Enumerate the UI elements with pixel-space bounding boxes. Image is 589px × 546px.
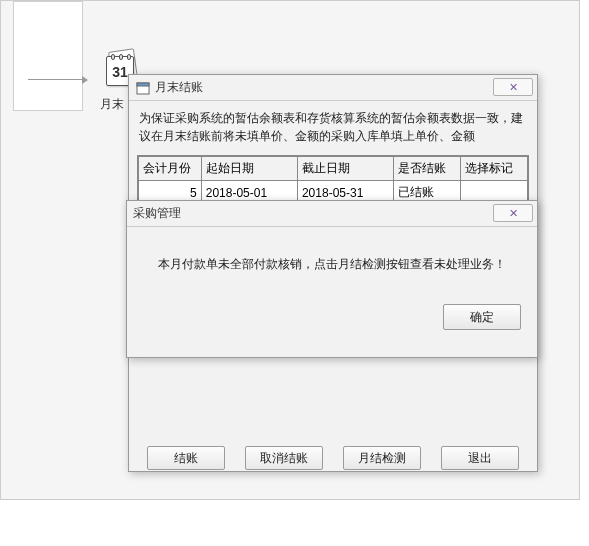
main-close-button[interactable]: ✕ [493, 78, 533, 96]
col-status: 是否结账 [394, 157, 461, 181]
exit-button[interactable]: 退出 [441, 446, 519, 470]
main-titlebar: 月末结账 ✕ [129, 75, 537, 101]
svg-rect-1 [137, 83, 149, 86]
col-start-date: 起始日期 [201, 157, 297, 181]
close-icon: ✕ [509, 81, 518, 94]
icon-label: 月末 [100, 96, 124, 113]
modal-footer: 确定 [127, 304, 537, 340]
col-mark: 选择标记 [461, 157, 528, 181]
month-check-button[interactable]: 月结检测 [343, 446, 421, 470]
col-end-date: 截止日期 [297, 157, 393, 181]
close-period-button[interactable]: 结账 [147, 446, 225, 470]
cancel-close-button[interactable]: 取消结账 [245, 446, 323, 470]
window-icon [135, 80, 151, 96]
modal-title: 采购管理 [133, 205, 181, 222]
table-header-row: 会计月份 起始日期 截止日期 是否结账 选择标记 [139, 157, 528, 181]
close-icon: ✕ [509, 207, 518, 220]
notice-text: 为保证采购系统的暂估余额表和存货核算系统的暂估余额表数据一致，建议在月末结账前将… [129, 101, 537, 151]
background-inner-box [13, 1, 83, 111]
main-window-title: 月末结账 [155, 79, 203, 96]
main-button-row: 结账 取消结账 月结检测 退出 [129, 446, 537, 470]
ok-button[interactable]: 确定 [443, 304, 521, 330]
modal-close-button[interactable]: ✕ [493, 204, 533, 222]
col-period: 会计月份 [139, 157, 202, 181]
arrow-icon [28, 72, 88, 86]
modal-titlebar: 采购管理 ✕ [127, 201, 537, 227]
modal-message: 本月付款单未全部付款核销，点击月结检测按钮查看未处理业务！ [127, 227, 537, 284]
purchase-management-dialog: 采购管理 ✕ 本月付款单未全部付款核销，点击月结检测按钮查看未处理业务！ 确定 [126, 200, 538, 358]
